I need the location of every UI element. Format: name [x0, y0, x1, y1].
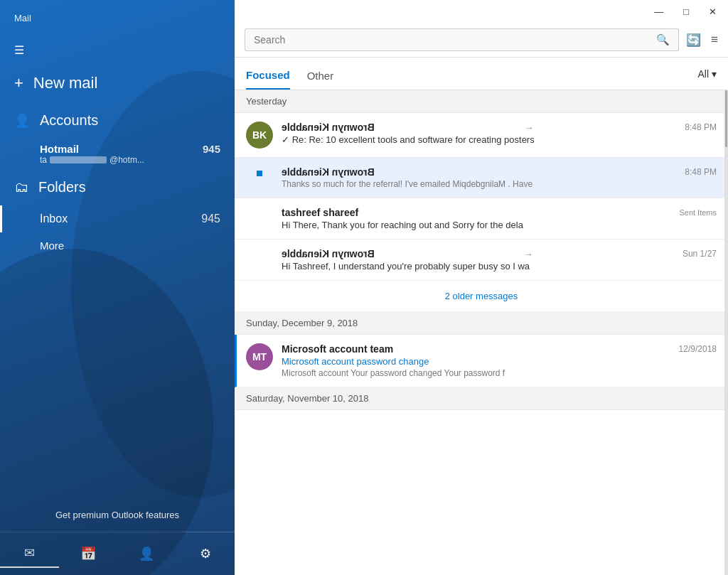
email-sender: Brownyn Kienabble — [282, 166, 375, 178]
chevron-down-icon: ▾ — [712, 68, 717, 80]
email-item[interactable]: tashreef shareef Sent Items Hi There, Th… — [235, 198, 728, 240]
premium-label: Get premium Outlook features — [55, 510, 179, 520]
search-icon: 🔍 — [656, 33, 670, 46]
email-subject: ✓ Re: Re: 10 excellent tools and softwar… — [282, 134, 717, 145]
inbox-count: 945 — [201, 213, 220, 225]
filter-icon[interactable]: ≡ — [711, 33, 718, 47]
email-item[interactable]: BK Brownyn Kienabble ← 8:48 PM ✓ Re: Re:… — [235, 113, 728, 158]
hotmail-account[interactable]: Hotmail 945 ta@hotm... — [0, 139, 235, 169]
email-preview: Thanks so much for the referral! I've em… — [282, 179, 717, 189]
search-input[interactable] — [254, 34, 651, 45]
date-header-nov10: Saturday, November 10, 2018 — [235, 387, 728, 410]
email-item[interactable]: MT Microsoft account team 12/9/2018 Micr… — [235, 335, 728, 387]
hotmail-label: Hotmail — [40, 143, 79, 155]
avatar: MT — [246, 343, 273, 370]
email-content: Brownyn Kienabble 8:48 PM Thanks so much… — [282, 166, 717, 189]
inbox-label: Inbox — [40, 213, 68, 225]
app-title: Mail — [0, 0, 235, 31]
email-content: Brownyn Kienabble ← Sun 1/27 Hi Tashreef… — [282, 248, 717, 272]
email-item[interactable]: Brownyn Kienabble ← Sun 1/27 Hi Tashreef… — [235, 240, 728, 281]
nav-calendar[interactable]: 📅 — [59, 539, 118, 568]
email-sender: Brownyn Kienabble — [282, 122, 375, 133]
email-sender: Brownyn Kienabble — [282, 248, 375, 259]
email-time: Sent Items — [676, 208, 717, 217]
hotmail-email-prefix: ta — [40, 155, 47, 165]
hotmail-email-suffix: @hotm... — [109, 155, 144, 165]
unread-dot — [257, 171, 262, 176]
date-header-dec9: Sunday, December 9, 2018 — [235, 312, 728, 335]
email-list: Yesterday BK Brownyn Kienabble ← 8:48 PM… — [235, 90, 728, 575]
bottom-nav: ✉ 📅 👤 ⚙ — [0, 532, 235, 575]
person-icon: 👤 — [14, 113, 30, 129]
tab-other[interactable]: Other — [307, 65, 334, 89]
accounts-section[interactable]: 👤 Accounts — [0, 102, 235, 139]
inbox-folder-item[interactable]: Inbox 945 — [0, 205, 235, 232]
tab-other-label: Other — [307, 70, 334, 82]
reply-icon: ← — [525, 122, 534, 133]
minimize-button[interactable]: — — [650, 5, 668, 18]
tabs-bar: Focused Other All ▾ — [235, 58, 728, 90]
search-actions: 🔄 ≡ — [686, 33, 718, 48]
email-subject: Microsoft account password change — [282, 356, 717, 367]
new-mail-button[interactable]: + New mail — [0, 64, 235, 102]
nav-mail[interactable]: ✉ — [0, 539, 59, 568]
hamburger-icon: ☰ — [14, 44, 24, 56]
email-content: tashreef shareef Sent Items Hi There, Th… — [282, 207, 717, 230]
email-sender: Microsoft account team — [282, 343, 393, 355]
hamburger-button[interactable]: ☰ — [0, 31, 235, 64]
scrollbar-thumb[interactable] — [725, 90, 727, 147]
accounts-label: Accounts — [40, 112, 98, 129]
new-mail-label: New mail — [33, 74, 97, 92]
sent-badge: Sent Items — [679, 208, 717, 217]
hotmail-count: 945 — [203, 143, 220, 155]
email-time: 12/9/2018 — [679, 344, 717, 354]
email-content: Microsoft account team 12/9/2018 Microso… — [282, 343, 717, 378]
close-button[interactable]: ✕ — [705, 5, 721, 18]
email-time: Sun 1/27 — [682, 249, 717, 259]
email-subject: Hi Tashreef, I understand you're probabl… — [282, 261, 717, 272]
reply-icon: ← — [524, 249, 533, 259]
avatar: BK — [246, 122, 273, 149]
scrollbar[interactable] — [724, 90, 728, 575]
date-header-yesterday: Yesterday — [235, 90, 728, 113]
plus-icon: + — [14, 74, 23, 92]
folders-section[interactable]: 🗂 Folders — [0, 169, 235, 205]
more-button[interactable]: More — [0, 232, 235, 259]
email-subject: Hi There, Thank you for reaching out and… — [282, 220, 717, 230]
tab-all[interactable]: All ▾ — [697, 68, 717, 87]
folders-label: Folders — [38, 179, 86, 195]
nav-settings[interactable]: ⚙ — [176, 539, 235, 568]
email-time: 8:48 PM — [685, 167, 717, 177]
email-sender: tashreef shareef — [282, 207, 358, 218]
title-bar: — □ ✕ — [235, 0, 728, 23]
older-messages-link[interactable]: 2 older messages — [235, 281, 728, 312]
premium-banner[interactable]: Get premium Outlook features — [0, 498, 235, 532]
folder-icon: 🗂 — [14, 179, 28, 195]
more-label: More — [40, 240, 64, 252]
sidebar: Mail ☰ + New mail 👤 Accounts Hotmail 945… — [0, 0, 235, 575]
email-time: 8:48 PM — [685, 122, 717, 132]
maximize-button[interactable]: □ — [679, 5, 693, 18]
tab-focused-label: Focused — [246, 69, 290, 81]
nav-contacts[interactable]: 👤 — [117, 539, 176, 568]
search-bar: 🔍 🔄 ≡ — [235, 23, 728, 58]
tab-focused[interactable]: Focused — [246, 65, 290, 90]
tab-all-label: All — [697, 68, 709, 80]
main-panel: — □ ✕ 🔍 🔄 ≡ Focused Other All ▾ Yesterda… — [235, 0, 728, 575]
sync-icon[interactable]: 🔄 — [686, 33, 701, 48]
email-item[interactable]: Brownyn Kienabble 8:48 PM Thanks so much… — [235, 158, 728, 198]
email-preview: Microsoft account Your password changed … — [282, 368, 717, 378]
email-content: Brownyn Kienabble ← 8:48 PM ✓ Re: Re: 10… — [282, 122, 717, 145]
email-redacted — [50, 156, 107, 163]
search-input-wrap[interactable]: 🔍 — [245, 28, 679, 51]
